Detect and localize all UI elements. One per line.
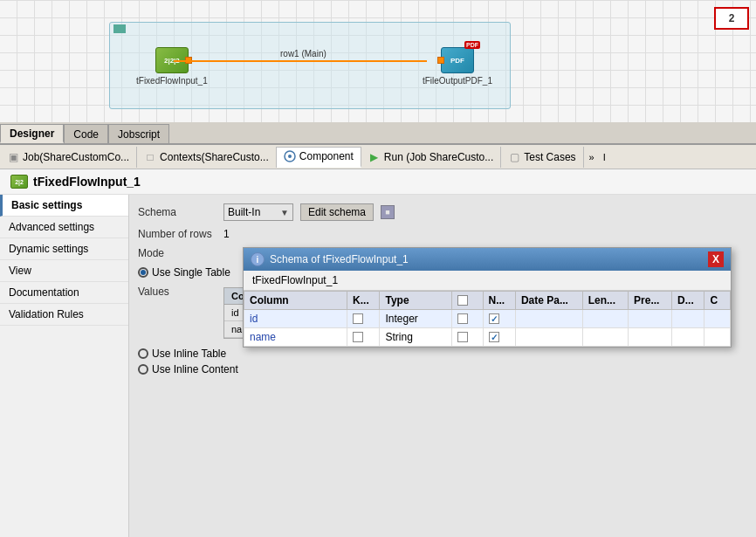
table-row: name String	[244, 328, 731, 347]
pdf-badge: PDF	[464, 41, 480, 49]
cell-name-cb	[452, 328, 483, 347]
designer-tab-bar: Designer Code Jobscript	[0, 122, 756, 145]
canvas-area: 2 2|2|2 tFixedFlowInput_1 row1 (Main) PD…	[0, 0, 756, 122]
th-len: Len...	[582, 292, 628, 310]
sub-tab-bar: ▣ Job(ShareCustomCo... □ Contexts(ShareC…	[0, 145, 756, 169]
sub-tab-component[interactable]: Component	[277, 147, 361, 168]
th-column: Column	[244, 292, 347, 310]
cell-id-cb	[452, 310, 483, 328]
left-nav: Basic settings Advanced settings Dynamic…	[0, 195, 129, 537]
tab-designer[interactable]: Designer	[0, 124, 64, 143]
sub-tab-run[interactable]: ▶ Run (Job ShareCusto...	[361, 147, 501, 168]
connection-line	[174, 60, 427, 62]
nav-validation-rules[interactable]: Validation Rules	[0, 304, 128, 326]
n-checkbox-id[interactable]: ✓	[489, 313, 499, 324]
th-d: D...	[672, 292, 704, 310]
cell-id-k	[347, 310, 380, 328]
modal-title-text: Schema of tFixedFlowInput_1	[270, 253, 409, 265]
cell-name-datepa	[515, 328, 582, 347]
svg-point-1	[288, 155, 292, 158]
canvas-node-container: 2|2|2 tFixedFlowInput_1 row1 (Main) PDF …	[109, 22, 511, 109]
th-c: C	[704, 292, 731, 310]
modal-subtitle: tFixedFlowInput_1	[244, 271, 731, 291]
right-content: Schema Built-In ▼ Edit schema ■ Number o…	[129, 195, 756, 537]
more-tabs-button[interactable]: »	[584, 150, 600, 164]
connection-label: row1 (Main)	[280, 49, 326, 59]
component-panel: 2|2 tFixedFlowInput_1 Basic settings Adv…	[0, 169, 756, 537]
output-node-label: tFileOutputPDF_1	[423, 76, 492, 86]
nav-documentation[interactable]: Documentation	[0, 282, 128, 304]
nav-view[interactable]: View	[0, 260, 128, 282]
cb-name[interactable]	[457, 332, 468, 342]
th-type: Type	[380, 292, 452, 310]
cell-id-d	[672, 310, 704, 328]
th-k: K...	[347, 292, 380, 310]
cell-name-d	[672, 328, 704, 347]
component-title-text: tFixedFlowInput_1	[33, 175, 141, 189]
cell-id-c	[704, 310, 731, 328]
sub-tab-contexts[interactable]: □ Contexts(ShareCusto...	[137, 147, 277, 168]
nav-dynamic-settings[interactable]: Dynamic settings	[0, 238, 128, 260]
sub-tab-job[interactable]: ▣ Job(ShareCustomCo...	[0, 147, 137, 168]
schema-table: Column K... Type N... Date Pa... Len... …	[244, 291, 731, 347]
th-pre: Pre...	[629, 292, 672, 310]
modal-close-button[interactable]: X	[708, 251, 724, 267]
cell-name-k	[347, 328, 380, 347]
nav-advanced-settings[interactable]: Advanced settings	[0, 217, 128, 238]
cell-id-type: Integer	[380, 310, 452, 328]
component-body: Basic settings Advanced settings Dynamic…	[0, 195, 756, 537]
cell-id-column: id	[244, 310, 347, 328]
cell-name-len	[582, 328, 628, 347]
th-checkbox	[452, 292, 483, 310]
cell-id-datepa	[515, 310, 582, 328]
cell-name-type: String	[380, 328, 452, 347]
modal-info-icon: i	[251, 252, 265, 266]
run-icon: ▶	[368, 151, 381, 163]
tab-jobscript[interactable]: Jobscript	[108, 124, 169, 143]
output-node-icon: PDF PDF	[441, 47, 474, 73]
cell-name-c	[704, 328, 731, 347]
output-node[interactable]: PDF PDF tFileOutputPDF_1	[423, 47, 492, 86]
n-checkbox-name[interactable]: ✓	[489, 332, 499, 342]
cell-name-pre	[629, 328, 672, 347]
header-checkbox[interactable]	[457, 295, 468, 306]
input-node[interactable]: 2|2|2 tFixedFlowInput_1	[136, 47, 208, 86]
th-datepa: Date Pa...	[515, 292, 582, 310]
cell-id-pre	[629, 310, 672, 328]
context-icon: □	[144, 151, 156, 163]
nav-basic-settings[interactable]: Basic settings	[0, 195, 128, 217]
badge-number: 2	[714, 7, 749, 30]
collapse-button[interactable]	[113, 24, 126, 33]
tab-code[interactable]: Code	[64, 124, 108, 143]
extra-tab[interactable]: I	[600, 150, 609, 164]
cell-id-n: ✓	[483, 310, 515, 328]
modal-overlay: i Schema of tFixedFlowInput_1 X tFixedFl…	[129, 195, 756, 537]
input-node-label: tFixedFlowInput_1	[136, 76, 208, 86]
cell-name-n: ✓	[483, 328, 515, 347]
component-title-bar: 2|2 tFixedFlowInput_1	[0, 169, 756, 195]
job-icon: ▣	[7, 151, 19, 163]
schema-modal: i Schema of tFixedFlowInput_1 X tFixedFl…	[243, 247, 732, 348]
testcase-icon: ▢	[508, 151, 520, 163]
th-n: N...	[483, 292, 515, 310]
cell-id-len	[582, 310, 628, 328]
component-title-icon: 2|2	[10, 175, 28, 189]
k-checkbox-name[interactable]	[353, 332, 363, 342]
sub-tab-testcases[interactable]: ▢ Test Cases	[501, 147, 583, 168]
cb-id[interactable]	[457, 313, 468, 324]
modal-title-bar: i Schema of tFixedFlowInput_1 X	[244, 248, 731, 271]
component-icon	[284, 150, 296, 162]
k-checkbox-id[interactable]	[353, 313, 363, 324]
table-row: id Integer	[244, 310, 731, 328]
cell-name-column: name	[244, 328, 347, 347]
input-connector	[437, 57, 444, 64]
